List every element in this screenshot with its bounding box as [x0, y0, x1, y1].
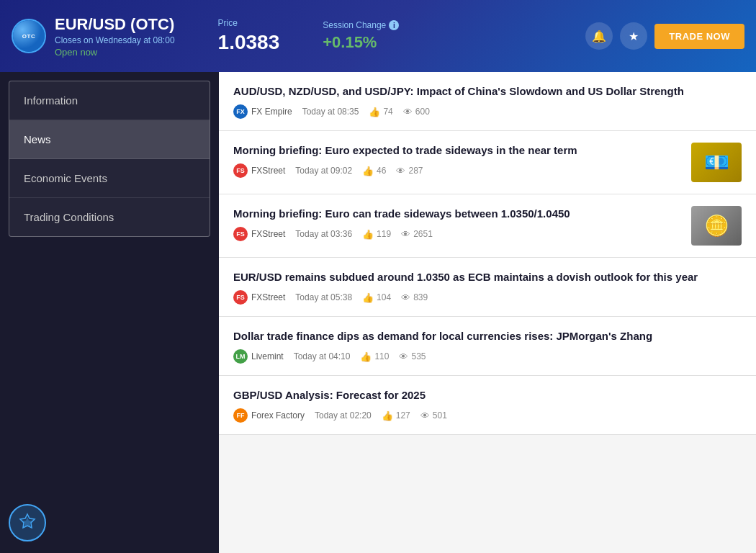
news-thumbnail: 💶: [691, 143, 742, 182]
news-title: Morning briefing: Euro expected to trade…: [233, 143, 680, 158]
currency-pair: EUR/USD (OTC): [55, 15, 175, 34]
header: OTC EUR/USD (OTC) Closes on Wednesday at…: [0, 0, 756, 72]
source-name: FXStreet: [251, 229, 285, 239]
news-content: GBP/USD Analysis: Forecast for 2025 FF F…: [233, 387, 742, 423]
likes-count: 104: [377, 292, 391, 302]
likes-icon: 👍: [360, 351, 372, 362]
views-icon: 👁: [399, 351, 408, 362]
likes-stat: 👍 46: [362, 166, 386, 176]
likes-icon: 👍: [362, 229, 374, 240]
favorite-button[interactable]: ★: [620, 22, 647, 50]
views-stat: 👁 287: [396, 166, 423, 176]
session-section: Session Change i +0.15%: [323, 20, 399, 52]
likes-icon: 👍: [369, 107, 380, 117]
views-count: 600: [415, 107, 430, 117]
news-meta: FS FXStreet Today at 09:02 👍 46 👁 287: [233, 163, 680, 178]
news-time: Today at 05:38: [295, 292, 352, 302]
likes-count: 74: [383, 107, 392, 117]
news-time: Today at 03:36: [295, 229, 352, 239]
news-source: FX FX Empire: [233, 104, 292, 119]
views-stat: 👁 535: [399, 351, 426, 362]
news-time: Today at 08:35: [302, 107, 359, 117]
likes-count: 127: [396, 410, 410, 421]
likes-stat: 👍 74: [369, 107, 392, 117]
news-title: AUD/USD, NZD/USD, and USD/JPY: Impact of…: [233, 84, 742, 99]
likes-count: 119: [377, 229, 391, 239]
sidebar-item-economic-events[interactable]: Economic Events: [9, 159, 210, 198]
news-item[interactable]: Morning briefing: Euro can trade sideway…: [219, 194, 756, 258]
news-meta: FX FX Empire Today at 08:35 👍 74 👁 600: [233, 104, 742, 119]
news-content: Dollar trade finance dips as demand for …: [233, 328, 742, 364]
price-section: Price 1.0383: [218, 18, 280, 54]
source-name: Livemint: [251, 351, 284, 361]
views-count: 839: [413, 292, 428, 302]
news-meta: FF Forex Factory Today at 02:20 👍 127 👁 …: [233, 408, 742, 423]
likes-icon: 👍: [382, 410, 393, 421]
news-meta: LM Livemint Today at 04:10 👍 110 👁 535: [233, 349, 742, 364]
closes-info: Closes on Wednesday at 08:00: [55, 35, 175, 45]
source-icon: LM: [233, 349, 248, 364]
news-title: Dollar trade finance dips as demand for …: [233, 328, 742, 343]
news-content: Morning briefing: Euro can trade sideway…: [233, 206, 680, 241]
open-status: Open now: [55, 47, 175, 58]
price-label: Price: [218, 18, 280, 28]
source-name: Forex Factory: [251, 410, 305, 421]
currency-info: EUR/USD (OTC) Closes on Wednesday at 08:…: [55, 15, 175, 58]
source-name: FX Empire: [251, 107, 292, 117]
news-item[interactable]: AUD/USD, NZD/USD, and USD/JPY: Impact of…: [219, 72, 756, 131]
price-value: 1.0383: [218, 31, 280, 54]
session-value: +0.15%: [323, 33, 399, 52]
sidebar-item-information[interactable]: Information: [9, 81, 210, 120]
source-icon: FS: [233, 163, 248, 178]
views-count: 535: [411, 351, 426, 361]
news-feed: AUD/USD, NZD/USD, and USD/JPY: Impact of…: [219, 72, 756, 553]
news-source: FF Forex Factory: [233, 408, 305, 423]
header-center: Price 1.0383 Session Change i +0.15%: [218, 18, 400, 54]
views-count: 2651: [413, 229, 433, 239]
likes-stat: 👍 104: [362, 292, 391, 303]
source-icon: FX: [233, 104, 248, 119]
news-time: Today at 09:02: [295, 166, 352, 176]
likes-stat: 👍 110: [360, 351, 389, 362]
news-item[interactable]: GBP/USD Analysis: Forecast for 2025 FF F…: [219, 376, 756, 435]
sidebar-item-news[interactable]: News: [9, 120, 210, 159]
views-icon: 👁: [401, 292, 410, 303]
news-content: AUD/USD, NZD/USD, and USD/JPY: Impact of…: [233, 84, 742, 119]
views-icon: 👁: [401, 229, 410, 240]
news-title: Morning briefing: Euro can trade sideway…: [233, 206, 680, 221]
news-time: Today at 04:10: [294, 351, 351, 361]
source-icon: FS: [233, 290, 248, 305]
news-source: LM Livemint: [233, 349, 284, 364]
news-item[interactable]: Morning briefing: Euro expected to trade…: [219, 131, 756, 194]
likes-count: 46: [377, 166, 386, 176]
likes-icon: 👍: [362, 292, 374, 303]
news-time: Today at 02:20: [315, 410, 372, 421]
news-title: EUR/USD remains subdued around 1.0350 as…: [233, 269, 742, 284]
source-icon: FS: [233, 227, 248, 241]
views-icon: 👁: [403, 107, 413, 117]
views-stat: 👁 501: [420, 410, 447, 421]
news-content: Morning briefing: Euro expected to trade…: [233, 143, 680, 178]
views-icon: 👁: [420, 410, 430, 421]
notification-button[interactable]: 🔔: [585, 22, 613, 50]
otc-badge-text: OTC: [22, 33, 35, 40]
session-info-icon[interactable]: i: [389, 20, 399, 30]
news-meta: FS FXStreet Today at 05:38 👍 104 👁 839: [233, 290, 742, 305]
news-meta: FS FXStreet Today at 03:36 👍 119 👁 2651: [233, 227, 680, 241]
sidebar-item-trading-conditions[interactable]: Trading Conditions: [9, 198, 210, 236]
news-item[interactable]: Dollar trade finance dips as demand for …: [219, 317, 756, 376]
news-title: GBP/USD Analysis: Forecast for 2025: [233, 387, 742, 403]
likes-icon: 👍: [362, 166, 374, 176]
trade-now-button[interactable]: TRADE NOW: [654, 24, 744, 49]
likes-stat: 👍 119: [362, 229, 391, 240]
session-label: Session Change i: [323, 20, 399, 30]
source-icon: FF: [233, 408, 248, 423]
likes-count: 110: [374, 351, 389, 361]
sidebar: Information News Economic Events Trading…: [9, 81, 210, 237]
views-count: 501: [433, 410, 447, 421]
views-icon: 👁: [396, 166, 405, 176]
news-item[interactable]: EUR/USD remains subdued around 1.0350 as…: [219, 258, 756, 317]
likes-stat: 👍 127: [382, 410, 410, 421]
user-avatar[interactable]: [9, 504, 46, 541]
main-content: Information News Economic Events Trading…: [0, 72, 756, 553]
